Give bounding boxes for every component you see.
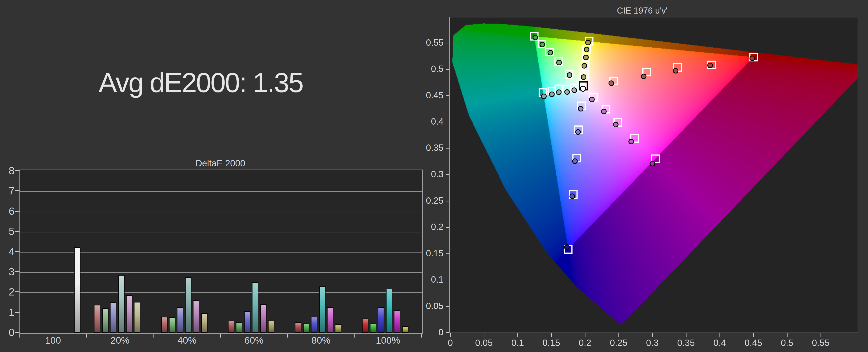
measured-dot-cyan-40 (565, 90, 569, 94)
bar-red-40% (161, 317, 167, 333)
cie-y-tick (446, 280, 450, 280)
bar-magenta-40% (193, 300, 199, 333)
bar-red-20% (94, 305, 100, 333)
bar-chart-y-tick (16, 231, 20, 232)
bar-chart-gridline (20, 212, 422, 212)
cie-x-tick (719, 333, 720, 336)
bar-chart-y-tick-label: 5 (0, 225, 14, 237)
measured-dot-magenta-80 (629, 139, 633, 144)
bar-yellow-80% (335, 324, 341, 333)
bar-green-80% (303, 324, 309, 333)
cie-x-tick-label: 0 (434, 338, 466, 348)
bar-blue-40% (177, 307, 183, 333)
measured-dot-red-40 (641, 74, 646, 79)
bar-chart-y-tick (16, 291, 20, 292)
cie-x-tick (686, 333, 686, 336)
bar-cyan-40% (185, 277, 191, 333)
bar-cyan-80% (319, 287, 326, 333)
bar-yellow-20% (134, 302, 141, 333)
bar-chart-title: DeltaE 2000 (20, 158, 421, 168)
measured-dot-blue-80 (570, 194, 575, 199)
cie-x-tick-label: 0.4 (704, 338, 736, 348)
bar-yellow-40% (201, 313, 208, 333)
bar-green-20% (102, 308, 108, 333)
bar-red-80% (295, 322, 301, 333)
bar-chart-group-label: 60% (220, 335, 287, 346)
cie-y-tick-label: 0.55 (405, 37, 443, 48)
measured-dot-cyan-80 (550, 92, 554, 96)
measured-dot-red-80 (708, 63, 712, 68)
measured-dot-red-60 (673, 68, 678, 73)
measured-dot-yellow-60 (584, 55, 588, 60)
measured-dot-green-100 (533, 35, 538, 40)
measured-dot-magenta-20 (590, 97, 594, 102)
cie-x-tick (820, 333, 821, 336)
measured-dot-blue-100 (564, 245, 569, 250)
cie-y-tick-label: 0 (405, 327, 443, 337)
cie-x-tick (450, 333, 451, 336)
bar-chart-y-tick-label: 0 (0, 326, 14, 339)
bar-chart-gridline (20, 191, 422, 192)
cie-y-tick-label: 0.05 (405, 301, 443, 311)
cie-points-overlay (450, 18, 858, 332)
cie-x-tick-label: 0.25 (603, 338, 634, 348)
bar-chart-y-tick-label: 7 (0, 185, 14, 197)
cie-y-tick-label: 0.1 (405, 274, 443, 285)
cie-diagram-title: CIE 1976 u'v' (450, 6, 834, 16)
bar-cyan-20% (118, 275, 125, 333)
bar-white-100 (74, 247, 81, 333)
bar-chart-y-tick-label: 8 (0, 165, 14, 177)
bar-chart-y-tick-label: 4 (0, 245, 14, 258)
cie-x-tick-label: 0.35 (670, 338, 702, 348)
bar-red-60% (228, 321, 235, 333)
measured-dot-green-20 (567, 73, 572, 78)
cie-y-tick-label: 0.35 (405, 143, 443, 153)
bar-red-100% (362, 319, 368, 333)
cie-y-tick (446, 69, 450, 70)
cie-y-tick (446, 174, 450, 175)
bar-magenta-100% (394, 310, 400, 333)
cie-x-tick (585, 333, 585, 336)
bar-magenta-80% (327, 307, 333, 333)
cie-x-tick-label: 0.15 (535, 338, 567, 348)
bar-chart-gridline (20, 232, 422, 232)
measured-dot-magenta-100 (650, 162, 655, 166)
measured-dot-blue-40 (576, 130, 581, 135)
bar-green-100% (370, 324, 376, 333)
cie-x-tick-label: 0.1 (502, 338, 533, 348)
bar-chart-y-tick (16, 170, 20, 171)
measured-dot-blue-20 (579, 107, 583, 111)
cie-x-tick (551, 333, 552, 336)
cie-x-tick-label: 0.05 (468, 338, 500, 348)
bar-cyan-100% (386, 289, 393, 333)
measured-dot-magenta-40 (601, 109, 606, 114)
cie-y-tick (446, 254, 450, 254)
cie-y-tick-label: 0.5 (405, 64, 443, 74)
cie-x-tick-label: 0.2 (569, 338, 601, 348)
cie-x-tick (652, 333, 653, 336)
measured-dot-yellow-80 (584, 47, 589, 52)
cie-x-tick (753, 333, 754, 336)
bar-blue-20% (110, 302, 116, 333)
cie-y-tick (446, 148, 450, 149)
bar-chart-group-label: 80% (287, 335, 354, 346)
measured-dot-blue-60 (572, 159, 577, 164)
bar-chart-y-tick (16, 211, 20, 212)
bar-chart-y-tick (16, 312, 20, 313)
bar-chart-y-tick (16, 190, 20, 191)
cie-y-tick-label: 0.45 (405, 90, 443, 100)
bar-chart-y-tick-label: 6 (0, 205, 14, 217)
measured-dot-yellow-20 (581, 75, 586, 80)
cie-y-tick (446, 43, 450, 43)
bar-magenta-60% (260, 304, 267, 333)
measured-dot-white (581, 86, 586, 91)
measured-dot-green-60 (548, 51, 553, 55)
bar-green-60% (236, 322, 242, 333)
cie-y-tick (446, 227, 450, 228)
cie-y-tick (446, 306, 450, 307)
bar-chart-group-label: 100 (20, 335, 87, 346)
cie-y-tick (446, 95, 450, 96)
calibration-report-page: { "summary": { "avg_label": "Avg dE2000:… (0, 0, 868, 352)
measured-dot-cyan-100 (541, 94, 546, 99)
measured-dot-green-40 (557, 60, 561, 65)
